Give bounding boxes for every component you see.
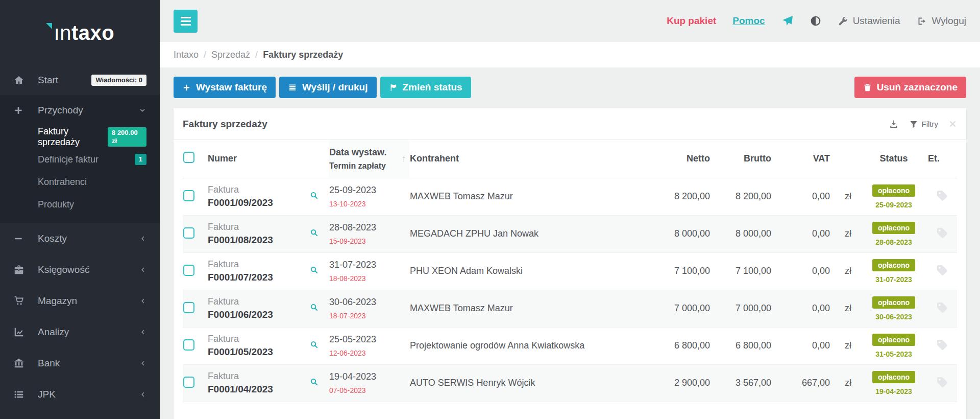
sidebar-item-jpk[interactable]: JPK: [0, 379, 160, 410]
header-vat[interactable]: VAT: [772, 140, 830, 178]
download-icon[interactable]: [889, 119, 899, 129]
messages-badge: Wiadomości: 0: [91, 75, 146, 86]
briefcase-icon: [13, 264, 26, 275]
select-all-checkbox[interactable]: [183, 152, 194, 163]
status-date: 31-07-2023: [861, 275, 927, 284]
header-et[interactable]: Et.: [927, 140, 957, 178]
wrench-icon: [838, 16, 848, 27]
sidebar-item-analizy[interactable]: Analizy: [0, 316, 160, 347]
tag-icon[interactable]: [936, 301, 948, 314]
header-brutto[interactable]: Brutto: [710, 140, 772, 178]
close-icon[interactable]: [948, 120, 957, 128]
help-link[interactable]: Pomoc: [732, 15, 765, 27]
sidebar-item-koszty[interactable]: Koszty: [0, 223, 160, 254]
header-netto[interactable]: Netto: [647, 140, 710, 178]
breadcrumb-root[interactable]: Intaxo: [174, 50, 199, 60]
sort-ascending-icon[interactable]: ↑: [402, 153, 407, 165]
home-icon: [13, 75, 26, 86]
tag-icon[interactable]: [936, 190, 948, 202]
table-header: Numer Data wystaw. Termin zapłaty ↑ Kont…: [183, 140, 957, 178]
preview-icon[interactable]: [310, 228, 318, 237]
chevron-left-icon: [139, 391, 146, 398]
actions-toolbar: Wystaw fakturę Wyślij / drukuj Zmień sta…: [160, 67, 980, 98]
dates-cell: 31-07-2023 18-08-2023: [329, 252, 409, 290]
vat-cell: 0,00: [772, 252, 830, 290]
tag-icon[interactable]: [936, 264, 948, 276]
breadcrumb-section[interactable]: Sprzedaż: [211, 50, 250, 60]
sidebar-item-bank[interactable]: Bank: [0, 347, 160, 379]
invoice-number-cell[interactable]: Faktura F0001/07/2023: [207, 252, 309, 290]
preview-icon[interactable]: [310, 340, 318, 349]
issue-date: 28-08-2023: [329, 222, 409, 233]
preview-icon[interactable]: [310, 303, 318, 312]
tag-icon[interactable]: [936, 376, 948, 388]
brutto-cell: 3 567,00: [710, 364, 772, 402]
bank-icon: [13, 358, 26, 369]
change-status-button[interactable]: Zmień status: [380, 77, 471, 98]
preview-icon[interactable]: [310, 191, 318, 200]
status-cell: opłacono 28-08-2023: [860, 215, 927, 252]
issue-date: 31-07-2023: [329, 260, 409, 270]
sidebar-item-definicje-faktur[interactable]: Definicje faktur 1: [0, 148, 160, 171]
sidebar-item-kontrahenci[interactable]: Kontrahenci: [0, 171, 160, 193]
send-print-button[interactable]: Wyślij / drukuj: [279, 77, 376, 98]
settings-button[interactable]: Ustawienia: [838, 15, 900, 27]
sidebar-item-faktury-sprzedazy[interactable]: Faktury sprzedaży 8 200.00 zł: [0, 126, 160, 148]
status-cell: opłacono 31-07-2023: [860, 252, 927, 290]
currency-cell: zł: [830, 215, 860, 252]
vat-cell: 0,00: [772, 327, 830, 364]
invoice-number-cell[interactable]: Faktura F0001/08/2023: [207, 215, 309, 252]
row-checkbox[interactable]: [183, 190, 194, 201]
header-numer[interactable]: Numer: [207, 140, 329, 178]
cart-icon: [13, 295, 26, 307]
status-badge[interactable]: opłacono: [872, 334, 915, 346]
status-badge[interactable]: opłacono: [872, 184, 915, 197]
logo-text-bold: taxo: [71, 21, 114, 44]
status-date: 19-04-2023: [861, 387, 927, 395]
invoice-number-cell[interactable]: Faktura F0001/04/2023: [207, 364, 309, 402]
tag-icon[interactable]: [936, 339, 948, 351]
submenu-item-label: Faktury sprzedaży: [38, 126, 108, 148]
table-row: Faktura F0001/08/2023 28-08-2023 15-09-2…: [183, 215, 957, 252]
tag-icon[interactable]: [936, 227, 948, 239]
row-checkbox[interactable]: [183, 302, 194, 313]
header-status[interactable]: Status: [860, 140, 927, 178]
invoice-number-cell[interactable]: Faktura F0001/05/2023: [207, 327, 309, 364]
create-invoice-button[interactable]: Wystaw fakturę: [174, 77, 276, 98]
row-checkbox[interactable]: [183, 377, 194, 388]
invoice-number-cell[interactable]: Faktura F0001/06/2023: [207, 290, 309, 327]
contrast-icon[interactable]: [810, 15, 821, 27]
status-badge[interactable]: opłacono: [872, 371, 915, 383]
menu-toggle-button[interactable]: [174, 10, 198, 33]
row-checkbox[interactable]: [183, 227, 194, 239]
trash-icon: [863, 83, 872, 92]
header-kontrahent[interactable]: Kontrahent: [409, 140, 647, 178]
logout-button[interactable]: Wyloguj: [917, 15, 966, 27]
header-dates[interactable]: Data wystaw. Termin zapłaty ↑: [329, 140, 409, 178]
filters-button[interactable]: Filtry: [909, 120, 939, 129]
contractor-cell: AUTO SERWIS Henryk Wójcik: [409, 364, 647, 402]
buy-package-link[interactable]: Kup pakiet: [667, 15, 716, 27]
sidebar-item-start[interactable]: Start Wiadomości: 0: [0, 65, 160, 95]
paper-plane-icon[interactable]: [781, 15, 794, 27]
status-badge[interactable]: opłacono: [872, 222, 915, 234]
invoice-number-cell[interactable]: Faktura F0001/09/2023: [207, 178, 309, 215]
status-badge[interactable]: opłacono: [872, 296, 915, 309]
sidebar-item-magazyn[interactable]: Magazyn: [0, 285, 160, 316]
preview-icon[interactable]: [310, 378, 318, 386]
status-badge[interactable]: opłacono: [872, 259, 915, 271]
button-label: Wystaw fakturę: [196, 82, 267, 93]
delete-selected-button[interactable]: Usuń zaznaczone: [854, 77, 966, 98]
invoice-number: F0001/08/2023: [208, 235, 309, 246]
breadcrumb: Intaxo / Sprzedaż / Faktury sprzedaży: [160, 42, 980, 67]
invoice-number: F0001/05/2023: [208, 346, 309, 358]
row-checkbox[interactable]: [183, 339, 194, 351]
sidebar-item-ksiegowosc[interactable]: Księgowość: [0, 254, 160, 285]
row-checkbox[interactable]: [183, 265, 194, 276]
submenu-item-label: Kontrahenci: [38, 177, 87, 188]
sidebar-item-produkty[interactable]: Produkty: [0, 193, 160, 216]
contractor-cell: MAXWEB Tomasz Mazur: [409, 290, 647, 327]
sidebar-item-przychody[interactable]: Przychody: [0, 95, 160, 126]
sign-out-icon: [917, 16, 927, 27]
preview-icon[interactable]: [310, 266, 318, 274]
